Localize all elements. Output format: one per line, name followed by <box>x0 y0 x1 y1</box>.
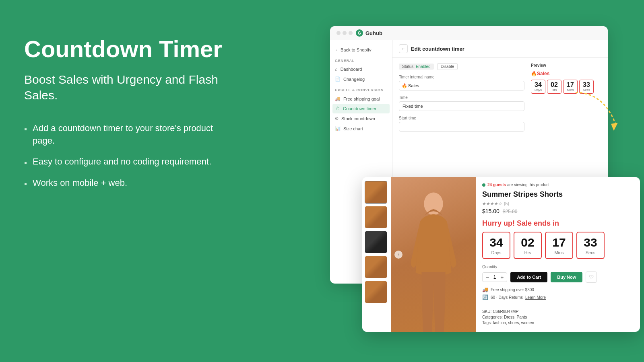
sidebar-item-stock-countdown[interactable]: ⊙ Stock countdown <box>330 113 392 123</box>
thumb-5[interactable] <box>365 281 387 303</box>
thumb-1[interactable] <box>365 181 387 204</box>
timer-name-input[interactable] <box>399 81 524 90</box>
preview-mins-label: Mins <box>566 88 575 92</box>
returns-icon: 🔄 <box>482 294 488 300</box>
feature-list: Add a countdown timer to your store's pr… <box>24 122 233 190</box>
disable-button[interactable]: Disable <box>437 63 458 70</box>
time-label: Time <box>399 95 524 100</box>
qty-plus[interactable]: + <box>500 274 504 280</box>
quantity-label: Quantity <box>482 265 634 269</box>
admin-topbar: G Guhub <box>330 26 608 40</box>
cart-row: − 1 + Add to Cart Buy Now ♡ <box>482 272 634 283</box>
returns-badge: 🔄 60 · Days Returns Learn More <box>482 294 634 300</box>
preview-secs-label: Secs <box>582 88 591 92</box>
countdown-mins-label: Mins <box>549 250 569 255</box>
dot-red <box>336 31 341 35</box>
countdown-days-label: Days <box>486 250 506 255</box>
sidebar-item-free-shipping[interactable]: 🚚 Free shipping goal <box>330 94 392 104</box>
chart-icon: 📊 <box>335 126 341 131</box>
storefront-body: ‹ 24 guests are viewing this product Sum… <box>362 177 640 332</box>
dot-green <box>349 31 353 35</box>
quantity-control: − 1 + <box>482 272 507 282</box>
back-to-shopify[interactable]: ← Back to Shopify <box>330 45 392 55</box>
start-time-input[interactable] <box>399 122 524 132</box>
product-thumbnails <box>362 177 391 332</box>
preview-days-label: Days <box>534 88 543 92</box>
categories-row: Categories: Dress, Pants <box>482 315 634 319</box>
countdown-secs-label: Secs <box>580 250 601 255</box>
preview-label: Preview <box>531 63 601 68</box>
start-time-row: Start time <box>399 116 524 132</box>
tags-row: Tags: fashion, shoes, women <box>482 321 634 325</box>
sidebar-item-dashboard[interactable]: ⌂ Dashboard <box>330 64 392 74</box>
preview-timer-title: 🔥Sales <box>531 71 601 76</box>
original-price: $25.00 <box>503 209 518 214</box>
thumb-4[interactable] <box>365 256 387 278</box>
guests-count: 24 guests <box>487 183 506 187</box>
countdown-days: 34 <box>486 237 506 249</box>
product-main-image: ‹ <box>391 177 476 332</box>
countdown-secs: 33 <box>580 237 601 249</box>
viewing-dot <box>482 183 485 187</box>
countdown-secs-box: 33 Secs <box>576 232 605 259</box>
subtitle: Boost Sales with Urgency and Flash Sales… <box>24 72 233 103</box>
preview-days-box: 34 Days <box>531 80 545 94</box>
sidebar-item-size-chart[interactable]: 📊 Size chart <box>330 123 392 134</box>
qty-minus[interactable]: − <box>486 274 489 280</box>
browser-dots <box>336 31 353 35</box>
preview-mins-box: 17 Mins <box>563 80 578 94</box>
bullet-2: Easy to configure and no coding requirem… <box>24 156 233 168</box>
svg-marker-0 <box>611 123 618 131</box>
admin-main-header: ← Edit countdown timer <box>392 40 608 58</box>
product-info: 24 guests are viewing this product Summe… <box>476 177 640 332</box>
product-price: $15.00 $25.00 <box>482 208 634 214</box>
bullet-3: Works on mobile + web. <box>24 177 233 189</box>
buy-now-button[interactable]: Buy Now <box>551 272 582 282</box>
shipping-icon: 🚚 <box>335 96 341 101</box>
sidebar-item-changelog[interactable]: 📄 Changelog <box>330 74 392 84</box>
prev-image-arrow[interactable]: ‹ <box>394 251 402 259</box>
dot-yellow <box>343 31 347 35</box>
viewing-text: 24 guests are viewing this product <box>487 183 549 187</box>
countdown-mins-box: 17 Mins <box>545 232 573 259</box>
qty-value: 1 <box>491 274 498 280</box>
preview-days-num: 34 <box>534 82 543 88</box>
countdown-hrs-label: Hrs <box>518 250 538 255</box>
sidebar-item-countdown-timer[interactable]: ⏱ Countdown timer <box>332 104 390 113</box>
preview-hrs-box: 02 Hrs <box>547 80 561 94</box>
wishlist-button[interactable]: ♡ <box>586 272 597 283</box>
thumb-3[interactable] <box>365 231 387 253</box>
hurry-label: Hurry up! Sale ends in <box>482 219 634 228</box>
add-to-cart-button[interactable]: Add to Cart <box>510 272 547 282</box>
preview-mins-num: 17 <box>566 82 575 88</box>
admin-logo: G Guhub <box>356 29 382 37</box>
edit-page-title: Edit countdown timer <box>411 46 464 52</box>
thumb-2[interactable] <box>365 206 387 228</box>
preview-timer-boxes: 34 Days 02 Hrs 17 Mins <box>531 80 601 94</box>
product-meta: SKU: C66R8B47MP Categories: Dress, Pants… <box>482 305 634 325</box>
preview-hrs-label: Hrs <box>550 88 559 92</box>
start-time-label: Start time <box>399 116 524 120</box>
product-name: Summer Stripes Shorts <box>482 190 634 199</box>
status-row: Status: Enabled Disable <box>399 63 524 70</box>
timer-name-label: Timer internal name <box>399 75 524 79</box>
back-button[interactable]: ← <box>399 44 408 53</box>
countdown-hrs: 02 <box>518 237 538 249</box>
timer-icon: ⏱ <box>336 106 340 111</box>
time-select[interactable]: Fixed time <box>399 101 524 111</box>
general-section-label: GENERAL <box>330 55 392 64</box>
free-shipping-badge: 🚚 Free shipping over $300 <box>482 287 634 292</box>
countdown-boxes: 34 Days 02 Hrs 17 Mins 33 Secs <box>482 232 634 259</box>
time-row: Time Fixed time <box>399 95 524 111</box>
learn-more-link[interactable]: Learn More <box>525 295 546 300</box>
viewing-badge: 24 guests are viewing this product <box>482 183 634 187</box>
ui-container: G Guhub ← Back to Shopify GENERAL ⌂ Dash… <box>330 26 620 332</box>
shipping-icon: 🚚 <box>482 287 488 292</box>
status-badge: Status: Enabled <box>399 64 434 70</box>
left-panel: Countdown Timer Boost Sales with Urgency… <box>24 36 233 198</box>
preview-hrs-num: 02 <box>550 82 559 88</box>
product-stars: ★★★★☆ (5) <box>482 200 634 206</box>
sale-price: $15.00 <box>482 208 500 214</box>
logo-icon: G <box>356 29 363 37</box>
countdown-days-box: 34 Days <box>482 232 510 259</box>
